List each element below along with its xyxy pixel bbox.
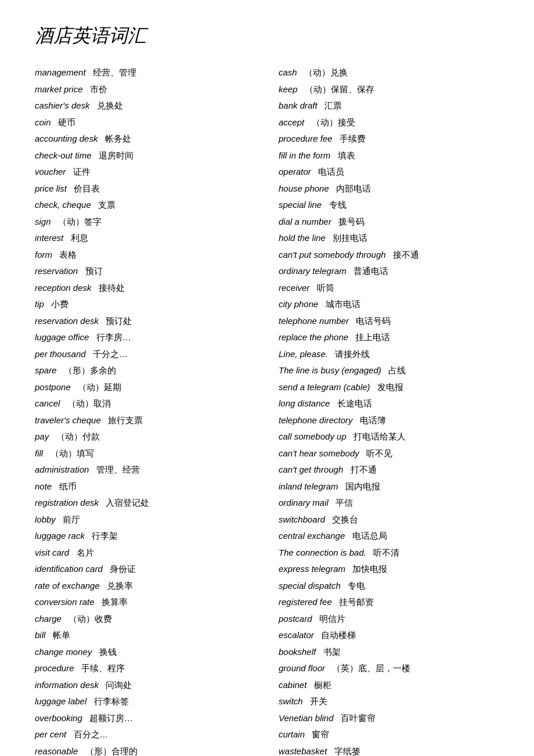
- chinese-translation: 专线: [324, 200, 346, 210]
- list-item: accept （动）接受: [279, 116, 499, 129]
- chinese-translation: （动）收费: [64, 614, 112, 624]
- chinese-translation: （英）底、层，一楼: [327, 663, 410, 673]
- chinese-translation: （形）合理的: [80, 746, 137, 756]
- english-term: telephone directory: [279, 415, 353, 425]
- list-item: reservation desk 预订处: [35, 315, 255, 328]
- list-item: fill （动）填写: [35, 447, 255, 460]
- english-term: luggage office: [35, 332, 89, 342]
- chinese-translation: 利息: [66, 233, 88, 243]
- chinese-translation: 挂号邮资: [334, 597, 374, 607]
- list-item: can't put somebody through 接不通: [279, 249, 499, 262]
- chinese-translation: 书架: [318, 647, 340, 657]
- english-term: procedure: [35, 663, 74, 673]
- chinese-translation: 交换台: [327, 514, 358, 524]
- chinese-translation: 支票: [93, 200, 116, 210]
- chinese-translation: 名片: [71, 548, 93, 557]
- list-item: ordinary telegram 普通电话: [279, 265, 499, 278]
- english-term: spare: [35, 365, 57, 375]
- list-item: information desk 问询处: [35, 679, 255, 692]
- chinese-translation: 换算率: [97, 597, 128, 607]
- list-item: check-out time 退房时间: [35, 149, 255, 163]
- english-term: receiver: [279, 283, 309, 293]
- chinese-translation: 行李架: [87, 531, 118, 541]
- chinese-translation: 接不通: [388, 250, 419, 260]
- english-term: call somebody up: [279, 431, 347, 441]
- list-item: wastebasket 字纸篓: [279, 745, 499, 757]
- english-term: fill: [35, 448, 43, 458]
- chinese-translation: 换钱: [94, 647, 116, 657]
- list-item: reasonable （形）合理的: [35, 745, 255, 757]
- list-item: bank draft 汇票: [279, 99, 499, 113]
- chinese-translation: 字纸篓: [329, 746, 360, 756]
- list-item: pay （动）付款: [35, 430, 255, 444]
- chinese-translation: 平信: [331, 498, 353, 507]
- chinese-translation: 问询处: [101, 680, 132, 690]
- list-item: curtain 窗帘: [279, 728, 499, 741]
- chinese-translation: 兑换率: [102, 581, 133, 591]
- chinese-translation: 预订处: [101, 316, 132, 326]
- list-item: identification card 身份证: [35, 563, 255, 576]
- chinese-translation: 城市电话: [320, 299, 360, 309]
- chinese-translation: 别挂电话: [328, 233, 367, 243]
- list-item: Line, please. 请接外线: [279, 348, 499, 361]
- english-term: ground floor: [279, 663, 325, 673]
- chinese-translation: 身份证: [105, 564, 136, 574]
- english-term: switch: [279, 696, 303, 706]
- english-term: house phone: [279, 183, 329, 193]
- list-item: receiver 听筒: [279, 282, 499, 295]
- english-term: ordinary mail: [279, 498, 329, 507]
- chinese-translation: （动）兑换: [300, 67, 348, 77]
- chinese-translation: 手续、程序: [77, 663, 125, 673]
- chinese-translation: 电话簿: [355, 415, 386, 425]
- chinese-translation: 小费: [46, 299, 68, 309]
- chinese-translation: 开关: [305, 696, 327, 706]
- chinese-translation: 听筒: [312, 283, 334, 293]
- list-item: can't get through 打不通: [279, 463, 499, 477]
- chinese-translation: 请接外线: [330, 349, 370, 359]
- chinese-translation: 帐务处: [100, 134, 131, 143]
- chinese-translation: 行李标签: [89, 696, 128, 706]
- list-item: registration desk 入宿登记处: [35, 496, 255, 510]
- list-item: form 表格: [35, 249, 255, 262]
- english-term: telephone number: [279, 316, 349, 326]
- list-item: Venetian blind 百叶窗帘: [279, 712, 499, 725]
- english-term: coin: [35, 117, 51, 127]
- list-item: price list 价目表: [35, 182, 255, 196]
- english-term: can't get through: [279, 465, 343, 474]
- english-term: switchboard: [279, 514, 325, 524]
- list-item: special dispatch 专电: [279, 579, 499, 593]
- list-item: tip 小费: [35, 298, 255, 311]
- english-term: interest: [35, 233, 63, 243]
- english-term: bank draft: [279, 100, 317, 110]
- chinese-translation: 橱柜: [309, 680, 331, 690]
- chinese-translation: （动）签字: [53, 217, 102, 226]
- english-term: ordinary telegram: [279, 266, 347, 276]
- list-item: cabinet 橱柜: [279, 679, 499, 692]
- english-term: fill in the form: [279, 150, 330, 160]
- list-item: visit card 名片: [35, 546, 255, 560]
- english-term: postcard: [279, 614, 312, 624]
- chinese-translation: 价目表: [69, 183, 100, 193]
- list-item: escalator 自动楼梯: [279, 629, 499, 642]
- list-item: hold the line 别挂电话: [279, 232, 499, 245]
- chinese-translation: 加快电报: [348, 564, 387, 574]
- list-item: inland telegram 国内电报: [279, 480, 499, 494]
- chinese-translation: 经营、管理: [88, 67, 136, 77]
- english-term: send a telegram (cable): [279, 382, 370, 392]
- english-term: reservation: [35, 266, 78, 276]
- list-item: cancel （动）取消: [35, 397, 255, 411]
- english-term: special dispatch: [279, 581, 341, 591]
- list-item: bill 帐单: [35, 629, 255, 642]
- english-term: cash: [279, 67, 297, 77]
- chinese-translation: 填表: [333, 150, 355, 160]
- list-item: ground floor （英）底、层，一楼: [279, 662, 499, 675]
- list-item: postpone （动）延期: [35, 381, 255, 394]
- chinese-translation: 前厅: [58, 514, 80, 524]
- list-item: administration 管理、经营: [35, 463, 255, 477]
- english-term: special line: [279, 200, 322, 210]
- list-item: switchboard 交换台: [279, 513, 499, 527]
- chinese-translation: 打不通: [345, 465, 376, 474]
- english-term: express telegram: [279, 564, 345, 574]
- list-item: The line is busy (engaged) 占线: [279, 364, 499, 377]
- english-term: luggage label: [35, 696, 86, 706]
